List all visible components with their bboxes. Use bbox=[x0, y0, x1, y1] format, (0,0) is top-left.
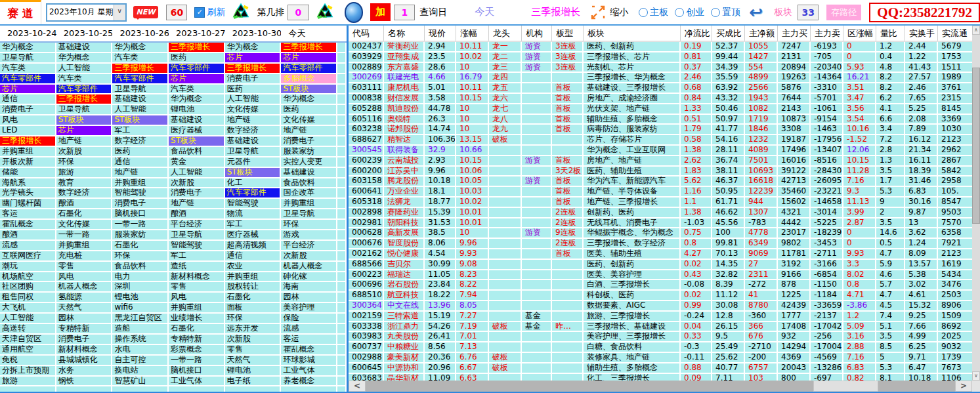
report-growth-link[interactable]: 三季报增长 bbox=[531, 6, 580, 18]
table-row[interactable]: 600696岩石股份23.848.22白酒、三季报增长-0.088.39-272… bbox=[349, 280, 972, 291]
sector-cell[interactable]: 三季报增长 bbox=[56, 94, 113, 105]
table-row[interactable]: 603683晶华新材11.096.63化工、三季报增长0.097.1110380… bbox=[349, 374, 972, 381]
sector-cell[interactable]: wifi6 bbox=[112, 303, 169, 314]
sector-cell[interactable]: 社区团购 bbox=[0, 282, 56, 293]
sector-cell[interactable]: 芯片 bbox=[169, 74, 225, 85]
sector-cell[interactable]: 县城城镇化 bbox=[56, 356, 113, 366]
sector-cell[interactable]: 流感 bbox=[281, 324, 337, 335]
sector-cell[interactable]: 水电 bbox=[112, 345, 169, 356]
sector-cell[interactable]: 地产链 bbox=[56, 136, 113, 147]
sector-cell[interactable]: 操作系统 bbox=[112, 335, 169, 345]
table-row[interactable]: 002988豪美新材20.366.76破板装修家具、地产链-0.1125.62-… bbox=[349, 353, 972, 363]
sector-cell[interactable]: 砷化镓 bbox=[281, 272, 337, 283]
table-row[interactable]: 300545联得装备32.910.66华为概念、工业互联网1.3828.1140… bbox=[349, 146, 972, 156]
sector-cell[interactable]: 并购重组 bbox=[225, 272, 282, 283]
sector-cell[interactable]: 地产链 bbox=[169, 199, 225, 209]
sector-cell[interactable]: 旅游 bbox=[56, 168, 113, 178]
table-row[interactable]: 603929亚翔集成23.510.02龙二游资3连板三季报增长、芯片0.8199… bbox=[349, 52, 972, 63]
expand-icon[interactable] bbox=[589, 4, 607, 21]
radio-pin-top[interactable]: 置顶 bbox=[711, 7, 740, 18]
sector-cell[interactable]: 天然气 bbox=[56, 303, 113, 314]
sector-cell[interactable]: 军工 bbox=[169, 251, 225, 262]
sector-cell[interactable]: 氢能源 bbox=[56, 293, 113, 303]
sector-cell[interactable]: 保险 bbox=[281, 314, 337, 324]
sector-cell[interactable]: 旅游 bbox=[0, 377, 56, 387]
sector-cell[interactable]: 开板次新 bbox=[0, 157, 56, 168]
table-row[interactable]: 688627精智达106.3613.15破板芯片、存储芯片0.5854.1612… bbox=[349, 135, 972, 146]
sector-cell[interactable]: 霍乱概念 bbox=[281, 345, 337, 356]
sector-cell[interactable]: 医药 bbox=[112, 147, 169, 157]
horizontal-scroll-track[interactable] bbox=[366, 381, 955, 392]
sector-cell[interactable]: 黑龙江自贸区 bbox=[112, 314, 169, 324]
tab-saidao[interactable]: 赛 道 bbox=[0, 0, 41, 24]
month-dropdown[interactable]: 2023年10月 星期 ∨ bbox=[46, 3, 127, 22]
radio-chinext[interactable]: 创业 bbox=[675, 7, 704, 18]
sector-cell[interactable]: 三季报增长 bbox=[281, 43, 337, 53]
column-header[interactable]: 板型 bbox=[552, 26, 584, 41]
horizontal-scrollbar[interactable]: < > bbox=[349, 381, 972, 392]
column-header[interactable]: 净流比 bbox=[681, 26, 712, 41]
sector-cell[interactable]: 化工 bbox=[225, 178, 282, 189]
chevron-down-icon[interactable]: ∨ bbox=[114, 5, 125, 20]
sector-cell[interactable]: 国企改革 bbox=[281, 188, 337, 199]
sector-cell[interactable]: 电子纸 bbox=[225, 377, 282, 387]
sector-cell[interactable]: 次新股 bbox=[281, 251, 337, 262]
sector-cell[interactable]: 海航系 bbox=[0, 178, 56, 189]
sector-cell[interactable]: 水务 bbox=[56, 366, 113, 377]
sector-cell[interactable]: 环保 bbox=[281, 220, 337, 230]
sector-cell[interactable]: 医药 bbox=[169, 53, 225, 64]
scroll-up-icon[interactable]: ∧ bbox=[972, 26, 980, 35]
sector-cell[interactable]: 智能驾驶 bbox=[112, 188, 169, 199]
sector-cell[interactable]: 零售 bbox=[225, 345, 282, 356]
sector-cell[interactable]: 园林 bbox=[281, 293, 337, 303]
sector-cell[interactable]: 零售 bbox=[169, 282, 225, 293]
today-button[interactable]: 今天 bbox=[475, 6, 494, 18]
add-button[interactable]: 加 bbox=[370, 3, 391, 21]
sector-cell[interactable]: 电力 bbox=[112, 272, 169, 283]
sector-cell[interactable]: 汽车类 bbox=[56, 74, 113, 85]
sector-cell[interactable]: 三季报增长 bbox=[169, 43, 225, 53]
sector-cell[interactable]: 美容护理 bbox=[281, 303, 337, 314]
sector-cell[interactable]: 锂电池 bbox=[169, 105, 225, 115]
sector-cell[interactable]: 食品饮料 bbox=[169, 147, 225, 157]
sector-cell[interactable]: 并购重组 bbox=[112, 178, 169, 189]
sector-cell[interactable]: 文化传媒 bbox=[56, 220, 113, 230]
sector-cell[interactable]: 并购重组 bbox=[56, 241, 113, 251]
sector-cell[interactable]: 专精特新 bbox=[169, 335, 225, 345]
sector-cell[interactable]: 次新股 bbox=[169, 178, 225, 189]
sector-cell[interactable]: 物流 bbox=[225, 209, 282, 220]
sector-cell[interactable]: 消费电子 bbox=[0, 105, 56, 115]
sector-cell[interactable]: 免税 bbox=[0, 356, 56, 366]
sector-cell[interactable]: ST板块 bbox=[225, 168, 282, 178]
sector-cell[interactable]: 一带一路 bbox=[112, 220, 169, 230]
sector-cell[interactable]: 卫星导航 bbox=[56, 105, 113, 115]
sector-cell[interactable]: 平台经济 bbox=[169, 220, 225, 230]
add-count-box[interactable]: 1 bbox=[394, 5, 415, 20]
sector-cell[interactable]: 军工 bbox=[112, 126, 169, 136]
sector-cell[interactable]: 霍乱概念 bbox=[0, 220, 56, 230]
column-header[interactable]: 主力买 bbox=[778, 26, 811, 41]
table-row[interactable]: 002889东方嘉盛28.610龙三游资3连板光刻机、芯片0.3734.3955… bbox=[349, 63, 972, 73]
scroll-left-icon[interactable]: < bbox=[349, 381, 366, 392]
sector-cell[interactable]: 大飞机 bbox=[0, 303, 56, 314]
sector-cell[interactable]: 并购重组 bbox=[169, 303, 225, 314]
sector-cell[interactable]: 多胎概念 bbox=[281, 74, 337, 85]
sector-cell[interactable]: 脑机接口 bbox=[169, 366, 225, 377]
sector-cell[interactable]: ST板块 bbox=[112, 115, 169, 126]
sector-cell[interactable]: 客运 bbox=[0, 209, 56, 220]
sector-cell[interactable]: 教育 bbox=[56, 178, 113, 189]
sector-cell[interactable]: 三季报增长 bbox=[112, 64, 169, 74]
sector-cell[interactable]: 农业 bbox=[225, 262, 282, 272]
sector-cell[interactable]: 并购重组 bbox=[281, 199, 337, 209]
table-row[interactable]: 002981朝阳科技31.5310.012连板无线耳机、消费电子-1.0345.… bbox=[349, 218, 972, 229]
sector-cell[interactable]: 三季报增长 bbox=[225, 64, 282, 74]
sector-cell[interactable]: 一带一路 bbox=[169, 356, 225, 366]
sector-cell[interactable]: ST板块 bbox=[169, 136, 225, 147]
sector-cell[interactable]: 造船 bbox=[112, 324, 169, 335]
column-header[interactable]: 机构 bbox=[522, 26, 552, 41]
sector-cell[interactable]: 服装家纺 bbox=[112, 230, 169, 241]
zoom-out-button[interactable]: 缩小 bbox=[610, 7, 628, 18]
sector-cell[interactable]: 基础建设 bbox=[112, 94, 169, 105]
table-row[interactable]: 000838财信发展3.5810.15龙六首板房地产、成渝经济圈0.8443.3… bbox=[349, 94, 972, 104]
sector-cell[interactable]: 基础建设 bbox=[281, 168, 337, 178]
